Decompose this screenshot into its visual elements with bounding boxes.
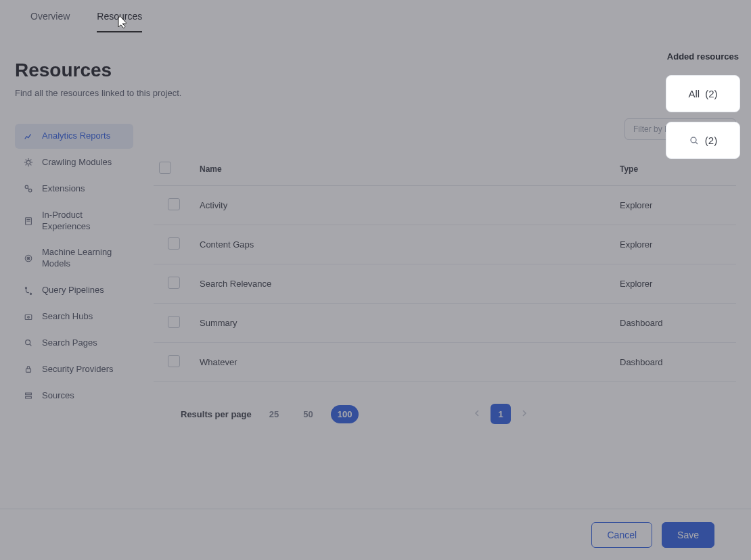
sidebar-item-label: Crawling Modules (42, 157, 112, 168)
page-subtitle: Find all the resources linked to this pr… (15, 88, 181, 98)
save-button[interactable]: Save (662, 522, 714, 548)
per-page-100[interactable]: 100 (331, 405, 359, 423)
row-checkbox[interactable] (168, 355, 180, 367)
chart-line-icon (23, 131, 34, 141)
tab-resources[interactable]: Resources (97, 7, 142, 32)
pager-prev[interactable] (469, 406, 485, 421)
table-row[interactable]: Search Relevance Explorer (154, 264, 736, 304)
resources-table: Name Type Activity Explorer Content Gaps… (154, 152, 736, 382)
svg-rect-10 (26, 369, 31, 372)
sidebar-item-sources[interactable]: Sources (15, 383, 133, 409)
tabs-bar: Overview Resources (0, 0, 751, 32)
sidebar-item-security-providers[interactable]: Security Providers (15, 357, 133, 382)
sidebar-item-search-hubs[interactable]: Search Hubs (15, 304, 133, 329)
crawl-icon (23, 157, 34, 168)
cell-type: Explorer (614, 225, 736, 264)
added-resources-title: Added resources (666, 51, 740, 62)
svg-rect-12 (26, 397, 32, 399)
cell-name: Summary (194, 304, 614, 343)
search-icon (689, 135, 700, 146)
pager-label: Results per page (181, 409, 252, 419)
sidebar-item-label: Search Hubs (42, 311, 93, 323)
row-checkbox[interactable] (168, 198, 180, 210)
svg-point-8 (28, 316, 30, 318)
pager-next[interactable] (516, 406, 532, 421)
table-row[interactable]: Activity Explorer (154, 186, 736, 225)
sidebar-item-label: Security Providers (42, 364, 113, 375)
hub-icon (23, 312, 34, 323)
svg-point-14 (691, 137, 696, 143)
cell-name: Whatever (194, 343, 614, 382)
sidebar-item-label: Sources (42, 390, 74, 402)
added-card-count: (2) (705, 88, 717, 99)
select-all-checkbox[interactable] (159, 162, 171, 174)
footer-bar: Cancel Save (0, 509, 751, 560)
row-checkbox[interactable] (168, 237, 180, 250)
cancel-button[interactable]: Cancel (591, 522, 652, 548)
column-header-checkbox (154, 152, 194, 186)
sidebar-item-label: In-Product Experiences (42, 210, 125, 233)
added-card-count: (2) (705, 135, 717, 146)
svg-rect-11 (26, 393, 32, 395)
svg-point-2 (28, 189, 31, 192)
svg-point-9 (26, 340, 30, 345)
sidebar-item-label: Extensions (42, 183, 85, 195)
cell-name: Search Relevance (194, 264, 614, 304)
sidebar-item-label: Analytics Reports (42, 131, 110, 142)
per-page-50[interactable]: 50 (296, 405, 319, 423)
sidebar-item-query-pipelines[interactable]: Query Pipelines (15, 278, 133, 303)
pager: Results per page 25 50 100 1 (154, 382, 532, 424)
per-page-25[interactable]: 25 (263, 405, 286, 423)
search-icon (23, 337, 34, 348)
column-header-name[interactable]: Name (194, 152, 614, 186)
ml-icon (23, 253, 34, 264)
cell-type: Explorer (614, 186, 736, 225)
pager-page-1[interactable]: 1 (491, 404, 511, 424)
cell-type: Explorer (614, 264, 736, 304)
sidebar-item-ml-models[interactable]: Machine Learning Models (15, 240, 133, 277)
added-card-all[interactable]: All (2) (666, 75, 740, 112)
table-row[interactable]: Whatever Dashboard (154, 343, 736, 382)
sources-icon (23, 390, 34, 401)
tab-overview[interactable]: Overview (30, 7, 70, 32)
sidebar-item-label: Query Pipelines (42, 285, 104, 296)
svg-rect-7 (25, 314, 32, 319)
resource-type-sidebar: Analytics Reports Crawling Modules Exten… (15, 124, 133, 409)
sidebar-item-crawling-modules[interactable]: Crawling Modules (15, 150, 133, 175)
cell-name: Content Gaps (194, 225, 614, 264)
svg-point-1 (25, 185, 28, 188)
extensions-icon (23, 183, 34, 194)
added-resources-panel: Added resources All (2) (2) (666, 51, 740, 168)
sidebar-item-extensions[interactable]: Extensions (15, 177, 133, 202)
sidebar-item-in-product-experiences[interactable]: In-Product Experiences (15, 203, 133, 239)
table-row[interactable]: Content Gaps Explorer (154, 225, 736, 264)
sidebar-item-search-pages[interactable]: Search Pages (15, 331, 133, 356)
pipeline-icon (23, 285, 34, 296)
cell-type: Dashboard (614, 304, 736, 343)
row-checkbox[interactable] (168, 277, 180, 289)
svg-point-0 (26, 161, 30, 164)
added-card-label: All (688, 88, 700, 99)
table-row[interactable]: Summary Dashboard (154, 304, 736, 343)
cell-type: Dashboard (614, 343, 736, 382)
page-title: Resources (15, 60, 181, 81)
cell-name: Activity (194, 186, 614, 225)
sidebar-item-analytics-reports[interactable]: Analytics Reports (15, 124, 133, 149)
added-card-search[interactable]: (2) (666, 122, 740, 159)
row-checkbox[interactable] (168, 316, 180, 328)
sidebar-item-label: Machine Learning Models (42, 247, 125, 270)
doc-icon (23, 216, 34, 227)
lock-icon (23, 364, 34, 375)
sidebar-item-label: Search Pages (42, 337, 97, 349)
